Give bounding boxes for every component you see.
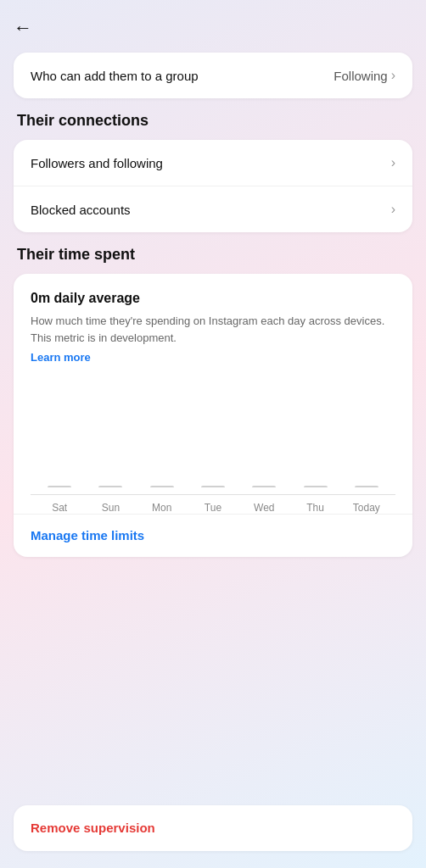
back-arrow-icon: ← [14, 17, 32, 39]
bar-thu [289, 486, 340, 487]
followers-following-row[interactable]: Followers and following › [14, 140, 412, 186]
group-settings-card: Who can add them to a group Following › [14, 53, 412, 98]
day-thu: Thu [289, 502, 340, 514]
blocked-chevron-icon: › [391, 202, 395, 217]
day-mon: Mon [137, 502, 188, 514]
group-value-text: Following [334, 69, 387, 83]
bar-today-fill [355, 486, 378, 487]
bar-sat-fill [48, 486, 71, 487]
bar-wed-fill [252, 486, 276, 487]
manage-time-limits-row[interactable]: Manage time limits [14, 514, 412, 557]
chart-bars [34, 377, 392, 487]
remove-supervision-card[interactable]: Remove supervision [14, 805, 412, 851]
time-spent-card: 0m daily average How much time they're s… [14, 274, 412, 557]
day-wed: Wed [238, 502, 289, 514]
group-settings-row[interactable]: Who can add them to a group Following › [14, 53, 412, 98]
back-button[interactable]: ← [14, 17, 32, 39]
day-tue: Tue [188, 502, 238, 514]
day-sun: Sun [85, 502, 136, 514]
day-sat: Sat [34, 502, 85, 514]
bar-wed [238, 486, 289, 487]
blocked-accounts-label: Blocked accounts [31, 203, 391, 217]
group-settings-value: Following › [334, 68, 395, 83]
time-chart [31, 377, 395, 487]
bar-tue-fill [201, 486, 225, 487]
connections-section-title: Their connections [14, 112, 412, 130]
followers-following-label: Followers and following [31, 156, 391, 170]
day-labels: Sat Sun Mon Tue Wed Thu Today [31, 495, 395, 514]
bar-mon [137, 486, 188, 487]
manage-time-limits-label: Manage time limits [31, 528, 144, 542]
daily-average-title: 0m daily average [31, 291, 395, 306]
group-settings-label: Who can add them to a group [31, 69, 334, 83]
learn-more-link[interactable]: Learn more [31, 351, 91, 364]
time-section-title: Their time spent [14, 246, 412, 264]
day-today: Today [341, 502, 392, 514]
blocked-accounts-row[interactable]: Blocked accounts › [14, 186, 412, 232]
followers-chevron-icon: › [391, 155, 395, 170]
daily-average-description: How much time they're spending on Instag… [31, 313, 395, 346]
remove-supervision-label: Remove supervision [31, 821, 155, 835]
bar-sat [34, 486, 85, 487]
bar-sun [85, 486, 136, 487]
bar-sun-fill [98, 486, 122, 487]
group-chevron-icon: › [391, 68, 395, 83]
bar-tue [188, 486, 238, 487]
bar-today [341, 486, 392, 487]
bar-thu-fill [304, 486, 328, 487]
connections-card: Followers and following › Blocked accoun… [14, 140, 412, 232]
bar-mon-fill [150, 486, 174, 487]
